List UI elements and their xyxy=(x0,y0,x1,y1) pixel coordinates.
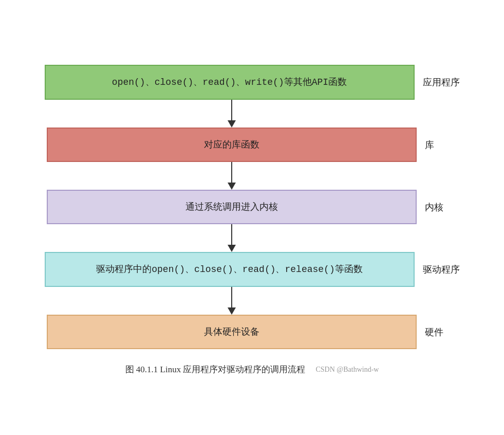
driver-label: 驱动程序 xyxy=(415,263,460,276)
hw-label: 硬件 xyxy=(417,326,458,338)
arrow4-head xyxy=(228,307,236,315)
driver-row: 驱动程序中的open()、close()、read()、release()等函数… xyxy=(31,252,473,287)
kernel-label: 内核 xyxy=(417,201,458,213)
arrow3-head xyxy=(228,245,236,252)
arrow3-col xyxy=(47,224,417,252)
arrow2-head xyxy=(228,183,236,190)
hw-box: 具体硬件设备 xyxy=(47,315,417,349)
arrow4-line xyxy=(231,287,232,307)
hw-box-text: 具体硬件设备 xyxy=(204,327,259,337)
lib-box: 对应的库函数 xyxy=(47,128,417,162)
app-label: 应用程序 xyxy=(415,76,460,88)
lib-row: 对应的库函数 库 xyxy=(31,128,473,162)
arrow3-line xyxy=(231,224,232,245)
driver-box: 驱动程序中的open()、close()、read()、release()等函数 xyxy=(45,252,415,287)
kernel-box: 通过系统调用进入内核 xyxy=(47,190,417,224)
lib-label: 库 xyxy=(417,139,458,151)
arrow3 xyxy=(31,224,473,252)
arrow2-line xyxy=(231,162,232,183)
watermark: CSDN @Bathwind-w xyxy=(315,366,379,374)
app-box-text: open()、close()、read()、write()等其他API函数 xyxy=(112,77,347,87)
arrow1-line xyxy=(231,100,232,120)
kernel-box-text: 通过系统调用进入内核 xyxy=(185,202,278,212)
lib-box-text: 对应的库函数 xyxy=(204,139,259,150)
caption-text: 图 40.1.1 Linux 应用程序对驱动程序的调用流程 xyxy=(125,364,306,375)
arrow2-col xyxy=(47,162,417,190)
app-box: open()、close()、read()、write()等其他API函数 xyxy=(45,65,415,100)
caption-row: 图 40.1.1 Linux 应用程序对驱动程序的调用流程 CSDN @Bath… xyxy=(31,364,473,375)
arrow4 xyxy=(31,287,473,315)
arrow2 xyxy=(31,162,473,190)
arrow1-head xyxy=(228,120,236,128)
arrow1-col xyxy=(47,100,417,128)
app-row: open()、close()、read()、write()等其他API函数 应用… xyxy=(31,65,473,100)
hw-row: 具体硬件设备 硬件 xyxy=(31,315,473,349)
kernel-row: 通过系统调用进入内核 内核 xyxy=(31,190,473,224)
driver-box-text: 驱动程序中的open()、close()、read()、release()等函数 xyxy=(96,264,362,275)
arrow1 xyxy=(31,100,473,128)
arrow4-col xyxy=(47,287,417,315)
diagram-container: open()、close()、read()、write()等其他API函数 应用… xyxy=(21,49,483,386)
